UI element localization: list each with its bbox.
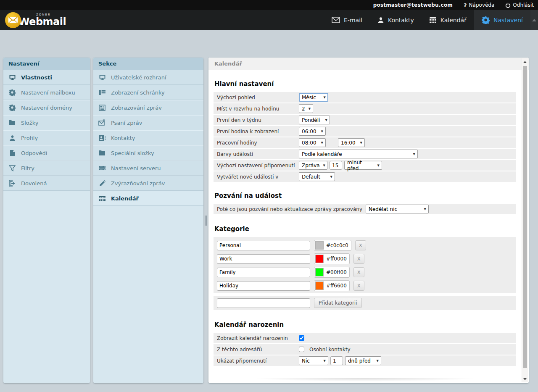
default-view-select[interactable]: Měsíc▼ (299, 93, 328, 102)
section-item-label: Uživatelské rozhraní (111, 74, 166, 81)
invitations-action-select[interactable]: Nedělat nic▼ (366, 205, 429, 213)
nav-item-settings[interactable]: Nastavení (474, 10, 530, 30)
personal-contacts-checkbox[interactable] (299, 347, 304, 352)
first-day-select[interactable]: Pondělí▼ (299, 116, 330, 124)
row-label: Pracovní hodiny (214, 140, 299, 146)
panel-resize-handle[interactable] (205, 216, 208, 226)
category-name-input[interactable] (217, 241, 310, 250)
remove-category-button[interactable]: X (353, 254, 364, 264)
scroll-down-button[interactable] (522, 376, 528, 382)
category-row: #ff0000 X (214, 252, 516, 266)
section-item-kalendar[interactable]: Kalendář (93, 191, 203, 206)
nav-item-calendar[interactable]: Kalendář (422, 10, 474, 30)
newspaper-icon (98, 105, 107, 111)
personal-contacts-label: Osobní kontakty (309, 347, 351, 353)
row-label: Výchozí pohled (214, 95, 299, 100)
chevron-down-icon: ▼ (321, 141, 323, 145)
row-label: První hodina k zobrazení (214, 129, 299, 134)
add-category-button[interactable]: Přidat kategorii (314, 298, 362, 308)
remove-category-button[interactable]: X (353, 281, 364, 291)
section-item-kontakty[interactable]: Kontakty (93, 130, 203, 145)
category-color-picker[interactable]: #ff6600 (314, 280, 350, 291)
chevron-down-icon: ▼ (309, 107, 311, 110)
category-name-input[interactable] (217, 268, 310, 277)
section-item-nastaveni-serveru[interactable]: Nastavení serveru (93, 160, 203, 176)
event-colors-select[interactable]: Podle kalendáře▼ (299, 150, 418, 158)
sidebar-item-profily[interactable]: Profily (3, 130, 90, 145)
nav-item-email[interactable]: E-mail (324, 10, 370, 30)
sections-sidebar: Sekce Uživatelské rozhraní Zobrazení sch… (93, 58, 203, 383)
chevron-down-icon: ▼ (325, 118, 327, 122)
category-color-picker[interactable]: #00ff00 (314, 267, 350, 278)
logout-link[interactable]: Odhlásit (505, 2, 534, 8)
monitor-icon (8, 74, 17, 81)
section-item-specialni-slozky[interactable]: Speciální složky (93, 145, 203, 160)
birthday-reminder-unit-select[interactable]: dnů před▼ (345, 356, 381, 365)
sidebar-item-filtry[interactable]: Filtry (3, 160, 90, 176)
navbar-collapse-button[interactable] (530, 10, 538, 30)
calendar-icon (98, 195, 107, 202)
category-name-input[interactable] (217, 254, 310, 264)
sidebar-item-label: Profily (21, 135, 38, 141)
reminder-type-select[interactable]: Zpráva▼ (299, 161, 327, 170)
sidebar-item-nastaveni-domeny[interactable]: Nastavení domény (3, 100, 90, 115)
calendar-settings-panel: Kalendář Hlavní nastavení Výchozí pohled… (208, 58, 529, 383)
settings-sidebar: Nastavení Vlastnosti Nastavení mailboxu … (3, 58, 90, 383)
work-hours-from-select[interactable]: 08:00▼ (299, 138, 326, 147)
section-item-psani-zprav[interactable]: Psaní zpráv (93, 115, 203, 130)
birthday-reminder-amount-input[interactable] (330, 356, 343, 365)
birthday-reminder-type-select[interactable]: Nic▼ (299, 356, 328, 365)
remove-category-button[interactable]: X (353, 267, 364, 277)
section-item-zvyraznovani-zprav[interactable]: Zvýrazňování zpráv (93, 176, 203, 191)
sidebar-item-vlastnosti[interactable]: Vlastnosti (3, 70, 90, 85)
first-hour-select[interactable]: 06:00▼ (299, 127, 326, 136)
invitations-heading: Pozvání na událost (214, 192, 516, 200)
range-dash: — (329, 139, 335, 146)
row-label: První den v týdnu (214, 117, 299, 123)
new-category-input[interactable] (217, 298, 310, 308)
scroll-up-button[interactable] (522, 58, 528, 65)
sidebar-item-odpovedi[interactable]: Odpovědi (3, 145, 90, 160)
reminder-amount-input[interactable] (330, 161, 342, 170)
slots-select[interactable]: 2▼ (299, 104, 313, 113)
work-hours-to-select[interactable]: 16:00▼ (338, 138, 365, 147)
vertical-scrollbar[interactable] (522, 58, 528, 382)
person-icon (8, 135, 17, 141)
setting-row-birthday-reminder: Ukázat připomenutí Nic▼ dnů před▼ (214, 355, 516, 366)
chevron-down-icon: ▼ (324, 359, 326, 363)
nav-item-contacts[interactable]: Kontakty (370, 10, 422, 30)
section-item-label: Zobrazování zpráv (111, 105, 162, 111)
sidebar-item-label: Složky (21, 120, 38, 126)
categories-heading: Kategorie (214, 225, 516, 233)
nav-item-label: Nastavení (493, 17, 523, 24)
category-color-picker[interactable]: #c0c0c0 (314, 240, 351, 251)
document-icon (8, 150, 17, 156)
reminder-unit-select[interactable]: minut před▼ (344, 161, 382, 170)
nav-item-label: E-mail (344, 17, 362, 24)
remove-category-button[interactable]: X (355, 240, 366, 250)
section-item-zobrazovani-zprav[interactable]: Zobrazování zpráv (93, 100, 203, 115)
setting-row-default-view: Výchozí pohled Měsíc▼ (214, 92, 516, 103)
person-icon (377, 17, 384, 24)
gear-icon (482, 16, 490, 24)
sidebar-item-nastaveni-mailboxu[interactable]: Nastavení mailboxu (3, 85, 90, 100)
sidebar-item-label: Nastavení mailboxu (21, 89, 75, 96)
chevron-up-icon (532, 19, 536, 21)
sidebar-item-dovolena[interactable]: Dovolená (3, 176, 90, 191)
settings-sidebar-title: Nastavení (3, 58, 90, 70)
section-item-uzivatelske-rozhrani[interactable]: Uživatelské rozhraní (93, 70, 203, 85)
category-color-picker[interactable]: #ff0000 (314, 253, 350, 264)
select-value: Nic (302, 358, 310, 364)
nav-item-label: Kontakty (388, 17, 414, 24)
setting-row-slots-per-hour: Míst v rozvrhu na hodinu 2▼ (214, 103, 516, 114)
section-item-zobrazeni-schranky[interactable]: Zobrazení schránky (93, 85, 203, 100)
section-item-label: Psaní zpráv (111, 120, 142, 126)
sidebar-item-slozky[interactable]: Složky (3, 115, 90, 130)
category-name-input[interactable] (217, 281, 310, 291)
new-events-select[interactable]: Default▼ (299, 172, 335, 181)
scrollbar-thumb[interactable] (523, 66, 527, 368)
select-value: Nedělat nic (369, 206, 397, 212)
show-birthdays-checkbox[interactable] (299, 335, 304, 341)
power-icon (505, 3, 511, 8)
help-link[interactable]: ? Nápověda (464, 2, 494, 8)
